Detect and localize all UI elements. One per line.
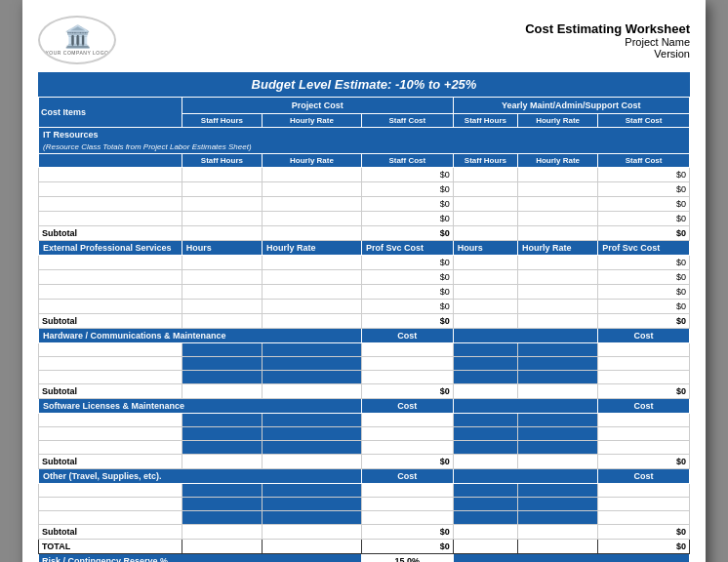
col-hourly-rate: Hourly Rate bbox=[263, 114, 362, 128]
risk-row: Risk / Contingency Reserve % 15.0% bbox=[39, 553, 690, 562]
it-col-staff-cost2: Staff Cost bbox=[598, 153, 690, 167]
it-sub-header: Staff Hours Hourly Rate Staff Cost Staff… bbox=[39, 153, 690, 167]
it-subtotal-label: Subtotal bbox=[39, 225, 182, 240]
ext-row-3: $0 $0 bbox=[39, 284, 690, 299]
ext-row-1: $0 $0 bbox=[39, 255, 690, 269]
hw-row-3 bbox=[39, 370, 690, 383]
ext-col-hourly: Hourly Rate bbox=[263, 240, 362, 255]
total-label: TOTAL bbox=[39, 539, 182, 553]
col-project-cost: Project Cost bbox=[182, 98, 453, 114]
logo-icon: 🏛️ bbox=[64, 24, 91, 50]
other-row-1 bbox=[39, 483, 690, 497]
sw-row-3 bbox=[39, 440, 690, 454]
other-cost-label2: Cost bbox=[598, 468, 690, 483]
total-value: $0 bbox=[361, 539, 453, 553]
risk-value: 15.0% bbox=[361, 553, 453, 562]
col-header-row: Cost Items Project Cost Yearly Maint/Adm… bbox=[39, 98, 690, 114]
it-col-hourly-rate: Hourly Rate bbox=[263, 153, 362, 167]
header-info: Cost Estimating Worksheet Project Name V… bbox=[525, 21, 690, 60]
it-col-staff-cost: Staff Cost bbox=[361, 153, 453, 167]
sw-row-1 bbox=[39, 413, 690, 426]
other-label: Other (Travel, Supplies, etc). bbox=[39, 468, 362, 483]
hardware-cost-label2: Cost bbox=[598, 328, 690, 342]
ext-subtotal-label: Subtotal bbox=[39, 313, 182, 328]
risk-label: Risk / Contingency Reserve % bbox=[39, 553, 362, 562]
other-cost-label: Cost bbox=[361, 468, 453, 483]
col-staff-hours2: Staff Hours bbox=[453, 114, 517, 128]
it-col-hourly-rate2: Hourly Rate bbox=[518, 153, 598, 167]
it-row-1: $0 $0 bbox=[39, 167, 690, 181]
sw-row-2 bbox=[39, 426, 690, 440]
it-resources-label: IT Resources (Resource Class Totals from… bbox=[39, 128, 690, 154]
total-row: TOTAL $0 $0 bbox=[39, 539, 690, 553]
ext-services-header: External Professional Services Hours Hou… bbox=[39, 240, 690, 255]
it-col-staff-hours: Staff Hours bbox=[182, 153, 262, 167]
it-col-staff-hours2: Staff Hours bbox=[453, 153, 517, 167]
other-subtotal: Subtotal $0 $0 bbox=[39, 524, 690, 539]
col-staff-cost: Staff Cost bbox=[361, 114, 453, 128]
ext-subtotal: Subtotal $0 $0 bbox=[39, 313, 690, 328]
hw-row-1 bbox=[39, 342, 690, 356]
it-resources-header: IT Resources (Resource Class Totals from… bbox=[39, 128, 690, 154]
other-header: Other (Travel, Supplies, etc). Cost Cost bbox=[39, 468, 690, 483]
logo: 🏛️ YOUR COMPANY LOGO bbox=[38, 16, 116, 64]
col-staff-cost2: Staff Cost bbox=[598, 114, 690, 128]
ext-col-prof: Prof Svc Cost bbox=[361, 240, 453, 255]
col-cost-items: Cost Items bbox=[39, 98, 182, 128]
ext-col-hourly2: Hourly Rate bbox=[518, 240, 598, 255]
it-subtotal: Subtotal $0 $0 bbox=[39, 225, 690, 240]
ext-col-hours2: Hours bbox=[453, 240, 517, 255]
hw-row-2 bbox=[39, 356, 690, 370]
col-yearly-maint: Yearly Maint/Admin/Support Cost bbox=[453, 98, 689, 114]
page: 🏛️ YOUR COMPANY LOGO Cost Estimating Wor… bbox=[22, 0, 706, 562]
software-cost-label2: Cost bbox=[598, 398, 690, 413]
col-hourly-rate2: Hourly Rate bbox=[518, 114, 598, 128]
it-row-4: $0 $0 bbox=[39, 211, 690, 225]
ext-col-hours: Hours bbox=[182, 240, 262, 255]
other-row-3 bbox=[39, 510, 690, 524]
hw-subtotal: Subtotal $0 $0 bbox=[39, 383, 690, 398]
project-name: Project Name bbox=[525, 36, 690, 48]
col-staff-hours: Staff Hours bbox=[182, 114, 262, 128]
logo-text: YOUR COMPANY LOGO bbox=[46, 50, 109, 56]
software-cost-label: Cost bbox=[361, 398, 453, 413]
ext-services-label: External Professional Services bbox=[39, 240, 182, 255]
other-row-2 bbox=[39, 497, 690, 510]
it-row-3: $0 $0 bbox=[39, 196, 690, 211]
total-right: $0 bbox=[598, 539, 690, 553]
header: 🏛️ YOUR COMPANY LOGO Cost Estimating Wor… bbox=[38, 16, 690, 64]
it-subtotal-value: $0 bbox=[361, 225, 453, 240]
hardware-label: Hardware / Communications & Maintenance bbox=[39, 328, 362, 342]
cost-table: Cost Items Project Cost Yearly Maint/Adm… bbox=[38, 97, 690, 562]
doc-title: Cost Estimating Worksheet bbox=[525, 21, 690, 36]
hardware-cost-label: Cost bbox=[361, 328, 453, 342]
version-label: Version bbox=[525, 48, 690, 60]
ext-col-prof2: Prof Svc Cost bbox=[598, 240, 690, 255]
hardware-header: Hardware / Communications & Maintenance … bbox=[39, 328, 690, 342]
it-row-2: $0 $0 bbox=[39, 181, 690, 196]
ext-row-4: $0 $0 bbox=[39, 299, 690, 313]
it-subtotal-right: $0 bbox=[598, 225, 690, 240]
software-label: Software Licenses & Maintenance bbox=[39, 398, 362, 413]
software-header: Software Licenses & Maintenance Cost Cos… bbox=[39, 398, 690, 413]
ext-row-2: $0 $0 bbox=[39, 269, 690, 284]
budget-banner: Budget Level Estimate: -10% to +25% bbox=[38, 72, 690, 97]
sw-subtotal: Subtotal $0 $0 bbox=[39, 454, 690, 468]
